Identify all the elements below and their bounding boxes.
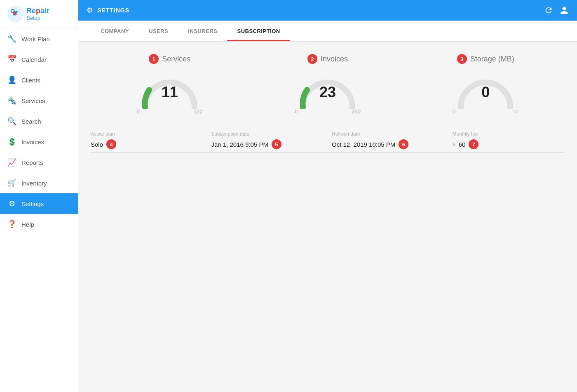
sidebar-nav: 🔧 Work Plan 📅 Calendar 👤 Clients 🔩 Servi… [0,28,78,235]
badge-6: 6 [399,139,408,149]
sidebar-label-services: Services [21,97,45,104]
search-icon: 🔍 [7,117,16,126]
gauge-invoices-value: 23 [295,84,361,101]
gauge-services-label: Services [162,55,190,63]
info-fields-row: Active plan Solo 4 Subscription date Jan… [91,127,565,153]
gear-icon: ⚙ [7,199,16,208]
logo-area: Repair Setup [0,0,78,28]
badge-2: 2 [307,54,317,64]
gauge-storage-labels: 0 10 [453,108,518,115]
badge-1: 1 [149,54,159,64]
sidebar-label-work-plan: Work Plan [21,35,50,42]
gauge-services-title: 1 Services [149,54,190,64]
subscription-panel: 1 Services 11 0 120 [78,42,577,161]
tab-insurers[interactable]: INSURERS [178,21,227,41]
sidebar-label-reports: Reports [21,159,43,166]
refresh-button[interactable] [544,6,553,15]
field-subscription-date-value: Jan 1, 2016 9:05 PM 5 [211,139,324,149]
tab-users[interactable]: USERS [139,21,178,41]
tabs-bar: COMPANY USERS INSURERS SUBSCRIPTION [78,21,577,42]
field-monthly-fee-label: Monthly fee [453,131,565,137]
field-refresh-date-value: Oct 12, 2019 10:05 PM 6 [332,139,444,149]
content-area: COMPANY USERS INSURERS SUBSCRIPTION 1 Se… [78,21,577,392]
sidebar-item-invoices[interactable]: 💲 Invoices [0,131,78,152]
header-gear-icon: ⚙ [87,6,93,15]
badge-7: 7 [469,139,478,149]
logo-text: Repair Setup [26,7,49,21]
tab-subscription[interactable]: SUBSCRIPTION [227,21,290,41]
field-subscription-date: Subscription date Jan 1, 2016 9:05 PM 5 [211,131,332,153]
gauge-storage-title: 3 Storage (MB) [457,54,514,64]
sidebar-item-work-plan[interactable]: 🔧 Work Plan [0,28,78,49]
gauge-storage: 3 Storage (MB) 0 0 10 [407,54,565,115]
gauge-services-labels: 0 120 [137,108,203,115]
sidebar-item-inventory[interactable]: 🛒 Inventory [0,173,78,193]
sidebar-item-calendar[interactable]: 📅 Calendar [0,49,78,70]
gauge-services-value: 11 [137,84,203,101]
cart-icon: 🛒 [7,178,16,188]
field-active-plan-label: Active plan [91,131,203,137]
user-button[interactable] [560,6,569,15]
field-refresh-date-label: Refresh date [332,131,444,137]
gauge-invoices: 2 Invoices 23 0 250 [249,54,406,115]
calendar-icon: 📅 [7,55,16,64]
sidebar-label-help: Help [21,221,34,228]
gauge-invoices-title: 2 Invoices [307,54,348,64]
gauge-storage-wrap: 0 [453,68,518,109]
logo-svg [7,5,25,23]
gauge-storage-max: 10 [513,108,518,115]
field-monthly-fee-value: $ 60 7 [453,139,565,149]
gauge-storage-min: 0 [453,108,455,115]
gauge-storage-value: 0 [453,84,518,101]
sidebar-item-settings[interactable]: ⚙ Settings [0,193,78,214]
badge-3: 3 [457,54,467,64]
field-subscription-date-label: Subscription date [211,131,324,137]
sidebar-item-reports[interactable]: 📈 Reports [0,152,78,173]
gauge-services-max: 120 [194,108,203,115]
sidebar-item-help[interactable]: ❓ Help [0,214,78,235]
gauge-services: 1 Services 11 0 120 [91,54,249,115]
field-refresh-date: Refresh date Oct 12, 2019 10:05 PM 6 [332,131,453,153]
gauge-storage-label: Storage (MB) [470,55,514,63]
sidebar-item-clients[interactable]: 👤 Clients [0,70,78,90]
sidebar-label-invoices: Invoices [21,138,44,146]
gauges-row: 1 Services 11 0 120 [91,54,565,115]
main-area: ⚙ SETTINGS COMPANY USERS INSURERS SUBSCR… [78,0,577,392]
gauge-invoices-max: 250 [352,108,361,115]
help-icon: ❓ [7,220,16,229]
sidebar-label-clients: Clients [21,77,40,84]
gauge-invoices-labels: 0 250 [295,108,361,115]
header-title: SETTINGS [97,7,540,14]
gauge-invoices-label: Invoices [321,55,348,63]
sidebar-label-inventory: Inventory [21,180,47,187]
gauge-services-wrap: 11 [137,68,203,109]
header-actions [544,6,569,15]
sidebar-label-search: Search [21,118,41,125]
gauge-invoices-wrap: 23 [295,68,361,109]
sidebar-item-services[interactable]: 🔩 Services [0,90,78,111]
sidebar-item-search[interactable]: 🔍 Search [0,111,78,131]
sidebar: Repair Setup 🔧 Work Plan 📅 Calendar 👤 Cl… [0,0,78,392]
chart-icon: 📈 [7,158,16,167]
dollar-sign-icon: $ [453,141,455,148]
services-icon: 🔩 [7,96,16,105]
person-icon: 👤 [7,75,16,85]
sidebar-label-calendar: Calendar [21,56,47,63]
badge-5: 5 [272,139,281,149]
gauge-invoices-min: 0 [295,108,298,115]
header: ⚙ SETTINGS [78,0,577,21]
field-active-plan-value: Solo 4 [91,139,203,149]
field-monthly-fee: Monthly fee $ 60 7 [453,131,565,153]
tab-company[interactable]: COMPANY [91,21,139,41]
sidebar-label-settings: Settings [21,200,44,207]
badge-4: 4 [106,139,116,149]
field-active-plan: Active plan Solo 4 [91,131,211,153]
wrench-icon: 🔧 [7,34,16,43]
gauge-services-min: 0 [137,108,140,115]
dollar-icon: 💲 [7,137,16,146]
